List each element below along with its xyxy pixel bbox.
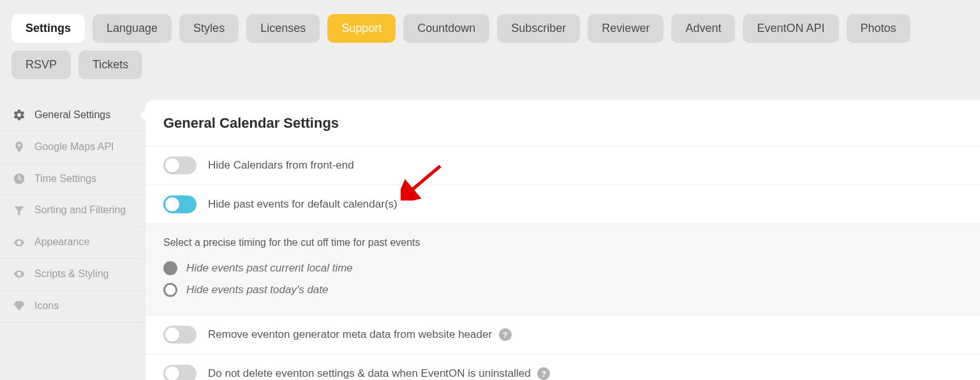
- radio-label: Hide events past today's date: [186, 284, 329, 296]
- clock-icon: [13, 172, 26, 185]
- tab-countdown[interactable]: Countdown: [403, 14, 489, 43]
- sidebar-item-google-maps-api[interactable]: Google Maps API: [0, 132, 145, 163]
- sidebar-item-scripts-styling[interactable]: Scripts & Styling: [0, 259, 145, 291]
- row-hide-calendars: Hide Calendars from front-end: [145, 146, 980, 185]
- diamond-icon: [13, 300, 26, 312]
- tab-tickets[interactable]: Tickets: [78, 50, 142, 79]
- sidebar-item-icons[interactable]: Icons: [0, 291, 145, 323]
- toggle-label: Hide past events for default calendar(s): [208, 198, 397, 211]
- tab-subscriber[interactable]: Subscriber: [497, 14, 580, 43]
- row-keep-data: Do not delete eventon settings & data wh…: [145, 354, 980, 380]
- top-tabs: SettingsLanguageStylesLicensesSupportCou…: [0, 0, 980, 86]
- sidebar-item-label: Icons: [34, 300, 59, 313]
- tab-advent[interactable]: Advent: [671, 14, 735, 43]
- toggle-hide-past[interactable]: [163, 195, 197, 213]
- tab-styles[interactable]: Styles: [179, 14, 239, 43]
- radio-indicator[interactable]: [163, 283, 177, 297]
- filter-icon: [13, 204, 26, 217]
- tab-language[interactable]: Language: [93, 14, 172, 43]
- toggle-label: Do not delete eventon settings & data wh…: [208, 367, 550, 380]
- eye-icon: [13, 268, 26, 280]
- radio-option-todays-date[interactable]: Hide events past today's date: [163, 279, 962, 301]
- sidebar-item-time-settings[interactable]: Time Settings: [0, 163, 145, 195]
- row-remove-meta: Remove eventon generator meta data from …: [145, 315, 980, 354]
- radio-indicator[interactable]: [163, 261, 177, 275]
- toggle-hide-calendars[interactable]: [163, 156, 197, 174]
- sidebar-item-label: Scripts & Styling: [34, 268, 108, 281]
- tab-photos[interactable]: Photos: [847, 14, 910, 43]
- sidebar-item-label: Sorting and Filtering: [34, 204, 126, 217]
- toggle-label: Remove eventon generator meta data from …: [208, 328, 512, 342]
- tab-eventon-api[interactable]: EventON API: [743, 14, 838, 43]
- pin-icon: [13, 141, 26, 153]
- tab-settings[interactable]: Settings: [11, 14, 85, 43]
- panel-title: General Calendar Settings: [145, 100, 980, 146]
- row-past-cutoff: Select a precise timing for the cut off …: [145, 224, 980, 315]
- radio-option-current-time[interactable]: Hide events past current local time: [163, 257, 962, 279]
- tab-reviewer[interactable]: Reviewer: [588, 14, 664, 43]
- sidebar-item-label: Time Settings: [34, 172, 96, 186]
- settings-sidebar: General SettingsGoogle Maps APITime Sett…: [0, 100, 145, 380]
- sub-heading: Select a precise timing for the cut off …: [163, 237, 962, 248]
- help-icon[interactable]: ?: [499, 328, 512, 341]
- sidebar-item-label: Appearance: [34, 236, 89, 249]
- sidebar-item-label: General Settings: [34, 109, 110, 122]
- row-hide-past: Hide past events for default calendar(s): [145, 185, 980, 224]
- help-icon[interactable]: ?: [537, 367, 550, 380]
- eye-icon: [13, 236, 26, 249]
- toggle-label: Hide Calendars from front-end: [208, 159, 354, 172]
- sidebar-item-sorting-and-filtering[interactable]: Sorting and Filtering: [0, 195, 145, 227]
- settings-panel: General Calendar Settings Hide Calendars…: [145, 100, 980, 380]
- tab-licenses[interactable]: Licenses: [246, 14, 320, 43]
- toggle-keep-data[interactable]: [163, 365, 197, 380]
- sidebar-item-label: Google Maps API: [34, 141, 114, 154]
- gear-icon: [13, 109, 26, 121]
- toggle-remove-meta[interactable]: [163, 326, 197, 344]
- sidebar-item-general-settings[interactable]: General Settings: [0, 100, 145, 132]
- tab-support[interactable]: Support: [327, 14, 396, 43]
- tab-rsvp[interactable]: RSVP: [11, 50, 71, 79]
- sidebar-item-appearance[interactable]: Appearance: [0, 227, 145, 259]
- radio-label: Hide events past current local time: [186, 262, 353, 275]
